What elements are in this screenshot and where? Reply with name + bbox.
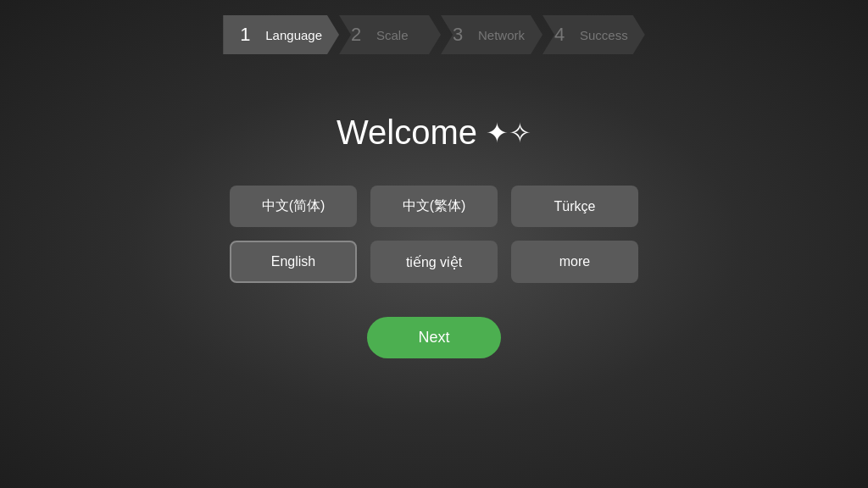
step-2-scale: 2 Scale — [339, 15, 441, 54]
step-3-label: Network — [478, 28, 525, 42]
step-4-success: 4 Success — [542, 15, 645, 54]
step-3-number: 3 — [453, 24, 471, 46]
language-button-en[interactable]: English — [230, 241, 357, 283]
language-grid: 中文(简体) 中文(繁体) Türkçe English tiếng việt … — [230, 186, 638, 283]
step-4-number: 4 — [554, 24, 573, 46]
step-1-language[interactable]: 1 Language — [223, 15, 339, 54]
welcome-title: Welcome ✦✧ — [337, 114, 531, 152]
language-button-zh-hans[interactable]: 中文(简体) — [230, 186, 357, 227]
next-button[interactable]: Next — [367, 317, 500, 358]
step-1-label: Language — [265, 28, 322, 42]
language-button-vi[interactable]: tiếng việt — [370, 241, 498, 283]
welcome-section: Welcome ✦✧ 中文(简体) 中文(繁体) Türkçe English … — [230, 114, 638, 358]
sparkle-icon: ✦✧ — [486, 117, 531, 149]
step-3-network: 3 Network — [441, 15, 542, 54]
step-1-number: 1 — [240, 24, 259, 46]
language-button-more[interactable]: more — [511, 241, 638, 283]
welcome-text: Welcome — [337, 114, 477, 152]
language-button-tr[interactable]: Türkçe — [511, 186, 638, 227]
step-4-label: Success — [580, 28, 628, 42]
step-2-number: 2 — [351, 24, 370, 46]
stepper: 1 Language 2 Scale 3 Network 4 Success — [223, 15, 644, 54]
language-button-zh-hant[interactable]: 中文(繁体) — [370, 186, 498, 227]
step-2-label: Scale — [376, 28, 409, 42]
